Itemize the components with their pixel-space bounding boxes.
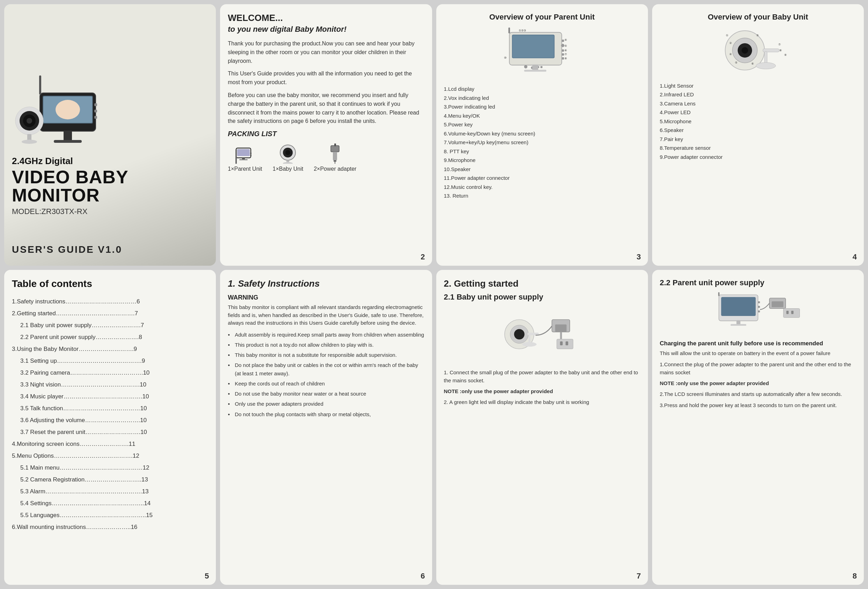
svg-rect-88 (736, 320, 740, 325)
warning-text: This baby monitor is compliant with all … (228, 303, 424, 327)
parent-unit-diagram-svg: ⑩ ①②③ ④ ⑤ ⑥ ⑦ ⑧ (490, 26, 595, 78)
packing-item-adapter: 2×Power adapter (314, 143, 356, 172)
baby-item-7: 7.Pair key (660, 135, 856, 144)
svg-rect-40 (562, 57, 564, 60)
svg-rect-81 (560, 342, 562, 345)
toc-item-6: 3.2 Pairing camera……………………………….10 (12, 367, 208, 379)
toc-page-num: 5 (205, 571, 209, 581)
svg-text:④: ④ (729, 52, 731, 56)
baby-item-5: 5.Microphone (660, 117, 856, 126)
baby-overview-title: Overview of your Baby Unit (660, 13, 856, 22)
svg-rect-47 (508, 28, 510, 34)
svg-rect-4 (94, 103, 97, 106)
svg-point-15 (22, 140, 37, 144)
card-cover: 2.4GHz Digital VIDEO BABY MONITOR MODEL:… (4, 4, 216, 266)
svg-rect-79 (560, 332, 562, 339)
svg-rect-90 (718, 292, 720, 296)
welcome-para1: Thank you for purchasing the product.Now… (228, 40, 424, 65)
safety-page-num: 6 (421, 571, 425, 581)
safety-bullet-4: Keep the cords out of reach of children (228, 380, 424, 387)
svg-text:⑩: ⑩ (504, 56, 506, 59)
card-safety: 1. Safety Instructions WARNING This baby… (220, 270, 432, 585)
safety-bullets: Adult assembly is required.Keep small pa… (228, 331, 424, 418)
charging-title: Charging the parent unit fully before us… (660, 340, 856, 347)
baby-item-8: 8.Temperature sensor (660, 143, 856, 153)
parent-overview-list: 1.Lcd display 2.Vox indicating led 3.Pow… (444, 84, 640, 200)
adapter-label: 2×Power adapter (314, 166, 356, 172)
parent-item-2: 2.Vox indicating led (444, 94, 640, 103)
svg-point-73 (514, 329, 524, 339)
svg-rect-92 (772, 301, 784, 307)
toc-item-4: 3.Using the Baby Monitor……………………….9 (12, 343, 208, 355)
svg-rect-82 (565, 342, 568, 345)
safety-bullet-0: Adult assembly is required.Keep small pa… (228, 331, 424, 339)
svg-rect-6 (94, 116, 97, 119)
svg-point-27 (283, 162, 293, 164)
parent-power-step1: 1.Connect the plug of the power adapter … (660, 360, 856, 377)
svg-rect-9 (39, 75, 41, 94)
parent-item-3: 3.Power indicating led (444, 102, 640, 111)
svg-rect-21 (239, 159, 248, 160)
card-getting: 2. Getting started 2.1 Baby unit power s… (436, 270, 648, 585)
svg-rect-87 (758, 311, 760, 312)
charging-desc: This will allow the unit to operate on b… (660, 349, 856, 357)
svg-rect-84 (721, 297, 756, 316)
getting-page-num: 7 (637, 571, 641, 581)
getting-step1: 1. Connect the small plug of the power a… (444, 368, 640, 385)
baby-power-diagram-svg (493, 306, 591, 362)
svg-point-25 (285, 150, 290, 155)
svg-rect-7 (63, 131, 72, 141)
parent-item-1: 1.Lcd display (444, 84, 640, 94)
svg-rect-8 (54, 140, 82, 143)
baby-overview-list: 1.Light Sensor 2.Infrared LED 3.Camera L… (660, 81, 856, 162)
baby-unit-diagram: ① ③ ② ④ ⑤ ⑥ ⑦ ⑧ ⑨ (660, 26, 856, 77)
parent-power-note1: NOTE :only use the power adapter provide… (660, 379, 856, 387)
toc-item-17: 5.4 Settings………………………………………..14 (12, 498, 208, 509)
parent-item-10: 10.Speaker (444, 165, 640, 174)
svg-point-13 (27, 118, 32, 124)
toc-item-0: 1.Safety instructions………………………………6 (12, 296, 208, 308)
safety-bullet-6: Only use the power adapters provided (228, 400, 424, 408)
adapter-icon (325, 143, 345, 164)
packing-item-parent: 1×Parent Unit (228, 143, 262, 172)
baby-unit-diagram-svg: ① ③ ② ④ ⑤ ⑥ ⑦ ⑧ ⑨ (706, 26, 810, 75)
toc-item-11: 3.7 Reset the parent unit……………………….10 (12, 426, 208, 438)
parent-item-11: 11.Power adapter connector (444, 174, 640, 183)
svg-point-37 (561, 44, 564, 47)
toc-item-9: 3.5 Talk function…………………………………10 (12, 403, 208, 414)
getting-step2: 2. A green light led will display indica… (444, 398, 640, 406)
svg-text:⑨: ⑨ (784, 53, 787, 57)
baby-power-diagram (444, 306, 640, 364)
svg-rect-35 (512, 35, 554, 57)
safety-bullet-7: Do not touch the plug contacts with shar… (228, 410, 424, 418)
parent-power-diagram-svg (709, 292, 807, 334)
welcome-heading: WELCOME... (228, 13, 424, 24)
svg-text:②: ② (729, 41, 731, 45)
toc-item-2: 2.1 Baby unit power supply…………………….7 (12, 320, 208, 331)
parent-overview-page-num: 3 (637, 252, 641, 262)
safety-bullet-5: Do not use the baby monitor near water o… (228, 390, 424, 398)
warning-title: WARNING (228, 294, 424, 301)
toc-item-1: 2.Getting started………………………………….7 (12, 308, 208, 320)
card-baby-overview: Overview of your Baby Unit ① ③ ② ④ ⑤ ⑥ ⑦… (652, 4, 864, 266)
svg-rect-78 (555, 324, 567, 332)
toc-item-19: 6.Wall mounting instructions…………………..16 (12, 521, 208, 533)
svg-text:⑥: ⑥ (751, 62, 754, 65)
svg-text:⑤: ⑤ (564, 44, 567, 47)
svg-rect-18 (250, 153, 251, 154)
toc-title: Table of contents (12, 278, 208, 289)
svg-text:⑧: ⑧ (564, 57, 567, 60)
baby-item-9: 9.Power adapter connector (660, 153, 856, 162)
parent-item-13: 13. Return (444, 191, 640, 200)
toc-item-16: 5.3 Alarm………………………………………….13 (12, 486, 208, 498)
svg-text:①: ① (726, 34, 728, 37)
card-parent-power: 2.2 Parent unit power supply Chargi (652, 270, 864, 585)
baby-monitor-illustration (12, 58, 103, 156)
parent-item-6: 6.Volume-key/Down key (menu screen) (444, 129, 640, 138)
parent-item-8: 8. PTT key (444, 147, 640, 156)
parent-power-step2: 2.The LCD screeni Illuminates and starts… (660, 390, 856, 398)
svg-rect-46 (524, 70, 546, 72)
toc-item-10: 3.6 Adjusting the volume……………………….10 (12, 414, 208, 426)
svg-rect-89 (731, 324, 746, 326)
svg-text:⑥: ⑥ (564, 49, 567, 52)
